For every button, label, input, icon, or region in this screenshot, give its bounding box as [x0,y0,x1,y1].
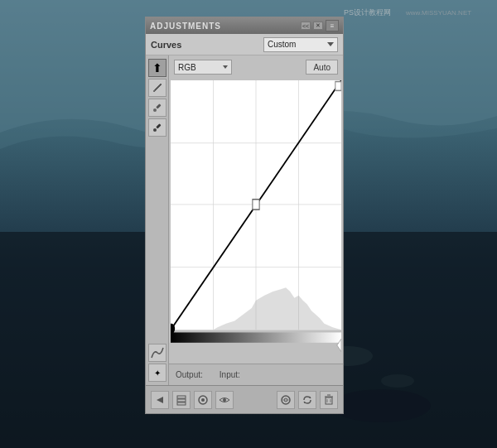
curves-label: Curves [151,40,181,50]
refresh-button[interactable] [298,391,316,409]
input-label: Input: [220,370,240,379]
svg-rect-30 [177,396,186,398]
menu-icon: ≡ [331,22,335,30]
refresh-icon [302,394,313,406]
svg-marker-29 [157,397,163,403]
delete-icon [323,394,335,406]
right-panel: RGB Auto [169,55,343,385]
svg-point-34 [201,398,205,402]
mask-icon [280,394,292,406]
left-toolbar: ⬆ [146,55,169,385]
eyedropper-button[interactable] [148,99,166,117]
panel-controls: << ✕ ≡ [301,20,339,31]
output-input-bar: Output: Input: [169,364,343,385]
channel-value: RGB [178,63,220,72]
svg-rect-26 [171,332,341,342]
svg-rect-32 [177,402,186,405]
eye-button[interactable] [215,391,234,409]
panel-title: ADJUSTMENTS [150,22,221,31]
bottom-icons-right [277,391,338,409]
output-label: Output: [176,370,203,379]
svg-rect-25 [335,82,341,91]
back-arrow-button[interactable] [151,391,169,409]
svg-rect-12 [156,123,161,128]
preset-dropdown-arrow [327,42,334,46]
curve-tool-button[interactable] [148,344,166,362]
panel-titlebar: ADJUSTMENTS << ✕ ≡ [146,17,343,34]
svg-rect-10 [156,104,161,108]
svg-point-11 [153,108,157,112]
preset-dropdown[interactable]: Custom [263,37,338,52]
channel-dropdown[interactable]: RGB [174,60,232,75]
layers-button[interactable] [172,391,191,409]
svg-text:PS设计教程网: PS设计教程网 [344,8,391,17]
svg-point-35 [223,398,226,402]
eye-icon [219,396,230,404]
select-pointer-button[interactable]: ⬆ [148,59,166,77]
pencil-button[interactable] [148,79,166,97]
eyedropper2-icon [152,122,163,133]
svg-rect-31 [177,399,186,402]
adjustments-panel: ADJUSTMENTS << ✕ ≡ Curves Custom ⬆ [145,17,344,414]
eyedropper2-button[interactable] [148,118,166,137]
mask-button[interactable] [277,391,295,409]
preset-value: Custom [268,40,324,49]
channel-dropdown-arrow [223,65,228,69]
layers-icon [176,394,187,406]
rgb-bar: RGB Auto [169,55,343,79]
svg-point-13 [153,128,157,132]
visibility-circle-button[interactable] [194,391,212,409]
delete-button[interactable] [320,391,338,409]
curves-svg [171,80,341,362]
close-button[interactable]: ✕ [313,22,323,30]
curves-header: Curves Custom [146,34,343,55]
svg-rect-23 [253,200,259,210]
menu-button[interactable]: ≡ [326,20,339,31]
curves-area[interactable] [169,79,343,364]
target-button[interactable]: ✦ [148,364,166,382]
bottom-icons-bar [146,385,343,413]
svg-text:www.MISSYUAN.NET: www.MISSYUAN.NET [405,9,471,17]
svg-point-3 [381,374,414,388]
eyedropper-icon [152,102,163,113]
back-arrow-icon [155,395,165,405]
visibility-circle-icon [197,394,209,406]
svg-point-7 [331,389,431,422]
collapse-button[interactable]: << [301,22,311,30]
pencil-icon [152,82,163,94]
auto-button[interactable]: Auto [306,60,338,75]
curve-tool-icon [151,346,164,359]
bottom-icons-left [151,391,234,409]
svg-rect-39 [326,397,332,404]
